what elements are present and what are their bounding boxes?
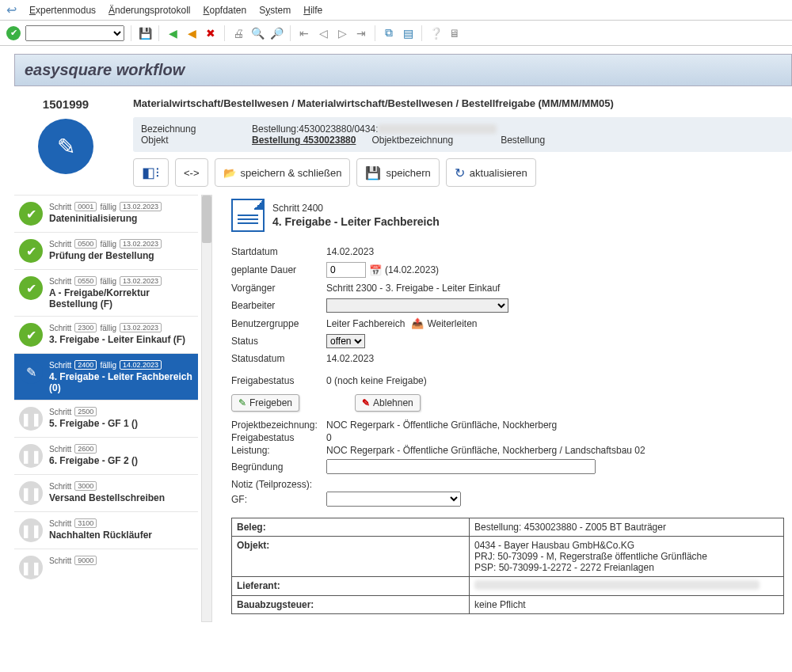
next-page-icon[interactable]: ▷: [335, 26, 349, 40]
link-weiterleiten[interactable]: Weiterleiten: [427, 318, 477, 329]
pen-circle-icon: ✎: [38, 119, 93, 174]
breadcrumb: Materialwirtschaft/Bestellwesen / Materi…: [133, 97, 792, 109]
label-objekt: Objekt: [141, 135, 252, 146]
step-2500[interactable]: ❚❚Schritt25005. Freigabe - GF 1 (): [14, 400, 198, 437]
label-status: Status: [231, 336, 326, 347]
prev-page-icon[interactable]: ◁: [316, 26, 330, 40]
step-meta: Schritt3000: [49, 481, 165, 491]
save-button[interactable]: 💾speichern: [356, 158, 439, 187]
label-freigabestatus: Freigabestatus: [231, 375, 326, 386]
label-begruendung: Begründung: [231, 461, 326, 473]
step-number-label: Schritt 2400: [272, 203, 440, 214]
label-projekt: Projektbezeichnung:: [231, 420, 326, 431]
v-bauabzug: keine Pflicht: [470, 596, 784, 614]
menu-hilfe[interactable]: Hilfe: [303, 5, 322, 16]
check-icon: ✔: [19, 239, 43, 263]
redacted-text-2: [474, 580, 760, 590]
pause-icon: ❚❚: [19, 481, 43, 505]
find-icon[interactable]: 🔍: [250, 26, 265, 40]
new-session-icon[interactable]: ⧉: [382, 26, 396, 40]
cancel-icon[interactable]: ✖: [204, 26, 218, 40]
step-title: Prüfung der Bestellung: [49, 250, 162, 261]
value-statusdatum: 14.02.2023: [326, 353, 374, 364]
step-title: A - Freigabe/Korrektur Bestellung (F): [49, 287, 193, 309]
reject-icon: ✎: [362, 397, 370, 408]
pause-icon: ❚❚: [19, 556, 43, 579]
exit-icon-2[interactable]: ◀: [185, 26, 199, 40]
step-9000[interactable]: ❚❚Schritt9000: [14, 549, 198, 586]
steps-sidebar: ✔Schritt0001fällig13.02.2023Dateninitial…: [14, 195, 198, 622]
step-2300[interactable]: ✔Schritt2300fällig13.02.20233. Freigabe …: [14, 316, 198, 353]
split-button[interactable]: ◧⁝: [133, 158, 169, 187]
value-leistung: NOC Regerpark - Öffentliche Grünfläche, …: [326, 445, 645, 456]
command-field[interactable]: [25, 25, 124, 41]
label-dauer: geplante Dauer: [231, 264, 326, 275]
redacted-text: [378, 124, 497, 134]
help-icon[interactable]: ❔: [428, 26, 443, 40]
menubar: ↩ Expertenmodus Änderungsprotokoll Kopfd…: [0, 0, 792, 21]
value-startdatum: 14.02.2023: [326, 246, 374, 257]
save-close-button[interactable]: 📂speichern & schließen: [215, 158, 351, 187]
pen-icon: ✎: [19, 360, 43, 384]
select-bearbeiter[interactable]: [326, 298, 508, 313]
refresh-button[interactable]: ↻aktualisieren: [446, 158, 536, 187]
forward-icon[interactable]: 📤: [411, 317, 424, 329]
step-meta: Schritt0001fällig13.02.2023: [49, 202, 162, 211]
step-2400[interactable]: ✎Schritt2400fällig14.02.20234. Freigabe …: [14, 353, 198, 400]
k-bauabzug: Bauabzugsteuer:: [232, 596, 470, 614]
ok-icon[interactable]: ✔: [6, 26, 21, 40]
refresh-icon: ↻: [455, 165, 465, 180]
workflow-id: 1501999: [14, 97, 117, 111]
step-3000[interactable]: ❚❚Schritt3000Versand Bestellschreiben: [14, 474, 198, 511]
info-table: Beleg:Bestellung: 4530023880 - Z005 BT B…: [231, 518, 784, 614]
print-icon[interactable]: 🖨: [231, 26, 246, 40]
pause-icon: ❚❚: [19, 444, 43, 468]
input-dauer[interactable]: [326, 262, 366, 278]
menu-system[interactable]: System: [259, 5, 291, 16]
v-lieferant: [470, 577, 784, 596]
check-icon: ✔: [19, 323, 43, 347]
find-next-icon[interactable]: 🔎: [269, 26, 284, 40]
link-bestellung[interactable]: Bestellung 4530023880: [252, 135, 356, 146]
input-begruendung[interactable]: [326, 459, 596, 474]
label-bearbeiter: Bearbeiter: [231, 300, 326, 311]
check-icon: ✔: [19, 276, 43, 300]
scrollbar[interactable]: [201, 195, 212, 622]
calendar-icon[interactable]: 📅: [369, 264, 382, 276]
layout-icon[interactable]: ▤: [401, 26, 415, 40]
workflow-id-block: 1501999 ✎: [14, 97, 117, 195]
step-0500[interactable]: ✔Schritt0500fällig13.02.2023Prüfung der …: [14, 232, 198, 269]
step-meta: Schritt2300fällig13.02.2023: [49, 323, 185, 332]
step-title: 3. Freigabe - Leiter Einkauf (F): [49, 334, 185, 345]
label-leistung: Leistung:: [231, 445, 326, 456]
detail-panel: Schritt 2400 4. Freigabe - Leiter Fachbe…: [215, 195, 792, 622]
last-page-icon[interactable]: ⇥: [354, 26, 368, 40]
menu-aenderungsprotokoll[interactable]: Änderungsprotokoll: [109, 5, 190, 16]
swap-button[interactable]: <->: [175, 158, 208, 187]
step-2600[interactable]: ❚❚Schritt26006. Freigabe - GF 2 (): [14, 437, 198, 474]
ablehnen-button[interactable]: ✎Ablehnen: [355, 394, 421, 412]
value-freigabestatus: 0 (noch keine Freigabe): [326, 375, 427, 386]
k-lieferant: Lieferant:: [232, 577, 470, 596]
label-bezeichnung: Bezeichnung: [141, 123, 252, 135]
back-icon[interactable]: ◀: [166, 26, 180, 40]
label-objektbez: Objektbezeichnung: [371, 135, 453, 146]
step-3100[interactable]: ❚❚Schritt3100Nachhalten Rückläufer: [14, 511, 198, 549]
select-gf[interactable]: [326, 492, 461, 507]
step-0001[interactable]: ✔Schritt0001fällig13.02.2023Dateninitial…: [14, 195, 198, 232]
select-status[interactable]: offen: [326, 334, 365, 348]
first-page-icon[interactable]: ⇤: [297, 26, 311, 40]
save-icon[interactable]: 💾: [138, 26, 152, 40]
menu-expertenmodus[interactable]: Expertenmodus: [29, 5, 96, 16]
step-title: Nachhalten Rückläufer: [49, 530, 152, 541]
freigeben-button[interactable]: ✎Freigeben: [231, 394, 299, 412]
value-objektbez: Bestellung: [501, 135, 545, 146]
step-title: Versand Bestellschreiben: [49, 492, 165, 503]
step-0550[interactable]: ✔Schritt0550fällig13.02.2023A - Freigabe…: [14, 269, 198, 316]
exit-icon[interactable]: ↩: [6, 2, 17, 17]
detail-title: 4. Freigabe - Leiter Fachbereich: [272, 215, 440, 228]
menu-kopfdaten[interactable]: Kopfdaten: [203, 5, 246, 16]
action-row: ◧⁝ <-> 📂speichern & schließen 💾speichern…: [133, 158, 792, 187]
value-vorgaenger: Schritt 2300 - 3. Freigabe - Leiter Eink…: [326, 283, 500, 294]
customize-icon[interactable]: 🖥: [447, 26, 462, 40]
